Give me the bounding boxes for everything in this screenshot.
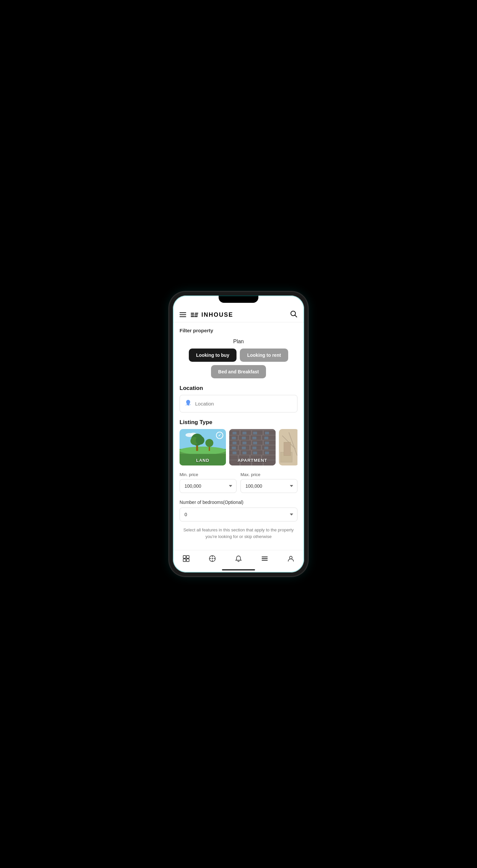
plan-btn-rent[interactable]: Looking to rent	[240, 348, 288, 362]
min-price-col: Min. price 100,000 50,000 200,000 500,00…	[180, 472, 236, 493]
svg-point-16	[196, 436, 204, 444]
max-price-select[interactable]: 100,000 200,000 500,000 1,000,000	[241, 479, 297, 493]
hamburger-menu-icon[interactable]	[180, 312, 186, 317]
svg-rect-67	[243, 452, 247, 454]
location-input-wrapper	[180, 395, 297, 412]
svg-rect-76	[187, 556, 189, 558]
svg-rect-1	[191, 314, 194, 315]
svg-rect-53	[265, 432, 269, 434]
bedrooms-select[interactable]: 0 1 2 3 4 5+	[180, 507, 297, 522]
home-indicator-bar	[222, 569, 255, 570]
svg-rect-52	[253, 432, 257, 434]
svg-rect-57	[264, 437, 268, 439]
compass-icon	[209, 555, 216, 564]
bottom-nav	[173, 550, 304, 567]
land-label: LAND	[180, 458, 226, 463]
bedrooms-label: Number of bedrooms(Optional)	[180, 500, 297, 505]
map-icon	[185, 399, 192, 408]
svg-point-80	[212, 558, 213, 559]
phone-frame: INHOUSE Filter property Plan Looking to …	[169, 291, 308, 577]
app-header: INHOUSE	[173, 307, 304, 322]
svg-rect-66	[232, 452, 236, 454]
svg-rect-69	[265, 452, 269, 454]
svg-rect-61	[265, 442, 269, 444]
features-note: Select all features in this section that…	[180, 527, 297, 540]
logo-container: INHOUSE	[190, 310, 233, 319]
svg-rect-55	[242, 437, 246, 439]
land-check-badge	[216, 432, 223, 439]
svg-rect-54	[232, 437, 236, 439]
menu-lines-icon	[261, 555, 268, 564]
svg-rect-3	[195, 313, 198, 314]
nav-item-compass[interactable]	[205, 554, 219, 565]
nav-item-user[interactable]	[284, 554, 298, 565]
svg-rect-65	[264, 446, 268, 449]
max-price-label: Max. price	[241, 472, 297, 477]
header-left: INHOUSE	[180, 310, 233, 319]
svg-rect-68	[253, 452, 257, 454]
listing-card-land[interactable]: LAND	[180, 429, 226, 465]
status-bar	[173, 296, 304, 307]
svg-rect-51	[243, 432, 247, 434]
nav-item-menu[interactable]	[258, 554, 272, 565]
svg-rect-4	[194, 314, 198, 315]
svg-line-7	[295, 315, 297, 317]
svg-rect-78	[187, 559, 189, 562]
svg-rect-63	[242, 446, 246, 449]
svg-rect-59	[243, 442, 247, 444]
filter-title: Filter property	[180, 328, 297, 333]
price-row: Min. price 100,000 50,000 200,000 500,00…	[180, 472, 297, 493]
plan-btn-buy[interactable]: Looking to buy	[189, 348, 236, 362]
svg-rect-0	[191, 313, 194, 314]
apartment-label: APARTMENT	[229, 458, 276, 463]
grid-icon	[183, 555, 190, 564]
svg-rect-56	[252, 437, 256, 439]
location-input[interactable]	[195, 401, 292, 406]
svg-rect-77	[183, 559, 186, 562]
listing-card-apartment[interactable]: APARTMENT	[229, 429, 276, 465]
app-name: INHOUSE	[201, 311, 233, 318]
listing-card-other[interactable]	[279, 429, 297, 465]
plan-section-label: Plan	[180, 339, 297, 345]
svg-point-88	[289, 556, 292, 559]
phone-screen: INHOUSE Filter property Plan Looking to …	[173, 296, 304, 572]
listing-type-title: Listing Type	[180, 419, 297, 426]
plan-btn-bnb[interactable]: Bed and Breakfast	[211, 365, 266, 378]
home-indicator	[173, 567, 304, 572]
svg-rect-62	[232, 446, 236, 449]
svg-point-12	[180, 446, 226, 455]
plan-buttons-group: Looking to buy Looking to rent Bed and B…	[180, 348, 297, 378]
svg-point-18	[205, 439, 213, 447]
search-icon[interactable]	[290, 310, 297, 319]
notch	[219, 296, 258, 303]
listing-type-scroll: LAND	[180, 429, 297, 465]
svg-rect-75	[183, 556, 186, 558]
svg-rect-74	[284, 442, 290, 456]
min-price-select[interactable]: 100,000 50,000 200,000 500,000	[180, 479, 236, 493]
svg-rect-2	[191, 316, 194, 317]
filter-content: Filter property Plan Looking to buy Look…	[173, 322, 304, 550]
logo-icon	[190, 310, 199, 319]
nav-item-bell[interactable]	[231, 554, 246, 565]
svg-rect-58	[232, 442, 236, 444]
max-price-col: Max. price 100,000 200,000 500,000 1,000…	[241, 472, 297, 493]
bell-icon	[235, 555, 242, 564]
location-section-title: Location	[180, 385, 297, 392]
min-price-label: Min. price	[180, 472, 236, 477]
svg-rect-60	[253, 442, 257, 444]
svg-rect-50	[232, 432, 236, 434]
nav-item-grid[interactable]	[179, 554, 193, 565]
svg-rect-5	[194, 316, 198, 317]
user-icon	[287, 555, 294, 564]
svg-rect-64	[252, 446, 256, 449]
